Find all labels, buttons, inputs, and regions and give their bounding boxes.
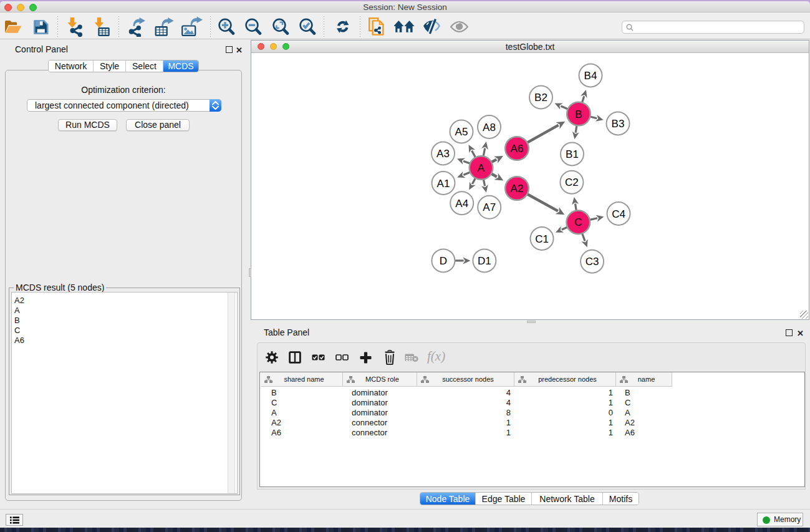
svg-text:C3: C3 (586, 256, 599, 268)
svg-text:A: A (478, 162, 485, 174)
svg-text:D: D (440, 255, 447, 267)
svg-text:A7: A7 (483, 201, 496, 213)
svg-text:A8: A8 (483, 122, 496, 133)
svg-text:B3: B3 (612, 118, 625, 130)
svg-text:B1: B1 (566, 148, 579, 160)
svg-text:A2: A2 (511, 183, 524, 195)
svg-text:B2: B2 (534, 92, 547, 104)
svg-text:C4: C4 (612, 208, 625, 220)
svg-text:A6: A6 (511, 143, 524, 155)
svg-text:C1: C1 (535, 233, 549, 245)
svg-text:A5: A5 (455, 126, 468, 138)
svg-text:A1: A1 (437, 178, 450, 190)
svg-text:C: C (574, 216, 582, 228)
svg-text:B4: B4 (584, 70, 597, 82)
svg-text:A4: A4 (455, 198, 468, 210)
svg-text:D1: D1 (478, 255, 491, 267)
svg-text:B: B (575, 109, 582, 120)
svg-text:A3: A3 (436, 148, 450, 160)
svg-text:C2: C2 (565, 177, 579, 188)
